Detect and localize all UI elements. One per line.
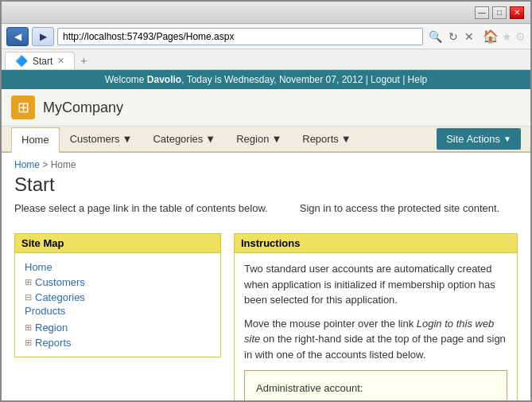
tab-bar: 🔷 Start ✕ +: [2, 49, 530, 70]
site-header: ⊞ MyCompany: [2, 89, 530, 127]
intro-left: Please select a page link in the table o…: [14, 202, 268, 214]
browser-tab-start[interactable]: 🔷 Start ✕: [5, 52, 75, 69]
window-controls: — □ ✕: [475, 6, 524, 19]
sitemap-home-link[interactable]: Home: [25, 261, 52, 273]
address-input[interactable]: [57, 28, 423, 45]
admin-account-label: Administrative account:: [256, 379, 495, 397]
site-name: MyCompany: [43, 100, 123, 116]
new-tab-button[interactable]: +: [75, 52, 92, 69]
region-expand-icon[interactable]: ⊞: [25, 322, 32, 333]
list-item: ⊟ Categories Products: [25, 290, 211, 320]
home-browser-icon[interactable]: 🏠: [483, 29, 499, 44]
sitemap-header: Site Map: [14, 233, 221, 253]
nav-item-reports[interactable]: Reports ▼: [292, 127, 361, 151]
breadcrumb-home-link[interactable]: Home: [14, 159, 40, 170]
sitemap-reports-link[interactable]: Reports: [35, 337, 72, 349]
site-actions-arrow: ▼: [503, 135, 511, 143]
nav-item-region[interactable]: Region ▼: [226, 127, 292, 151]
account-box: Administrative account: admin / admin123…: [244, 370, 507, 400]
sitemap-box: Site Map Home ⊞ Customers: [14, 233, 221, 400]
sitemap-content: Home ⊞ Customers ⊟: [14, 253, 221, 357]
instructions-header: Instructions: [234, 233, 518, 253]
help-link[interactable]: Help: [408, 74, 428, 85]
sitemap-reports-item: ⊞ Reports: [25, 337, 211, 349]
sitemap-products-link[interactable]: Products: [25, 305, 65, 317]
close-button[interactable]: ✕: [510, 6, 524, 19]
maximize-button[interactable]: □: [492, 6, 507, 19]
reports-dropdown-arrow: ▼: [341, 133, 351, 145]
back-button[interactable]: ◀: [6, 27, 29, 46]
site-actions-button[interactable]: Site Actions ▼: [437, 128, 521, 150]
logo-icon: ⊞: [17, 99, 29, 116]
categories-collapse-icon[interactable]: ⊟: [25, 292, 32, 302]
stop-icon[interactable]: ✕: [462, 29, 476, 45]
sitemap-categories-link[interactable]: Categories: [35, 291, 85, 303]
instructions-box: Instructions Two standard user accounts …: [234, 233, 518, 400]
tab-favicon: 🔷: [15, 55, 28, 67]
nav-item-customers[interactable]: Customers ▼: [60, 127, 143, 151]
two-column-layout: Site Map Home ⊞ Customers: [14, 233, 518, 400]
page-content: Home > Home Start Please select a page l…: [2, 153, 530, 400]
customers-expand-icon[interactable]: ⊞: [25, 277, 32, 287]
sitemap-categories-item: ⊟ Categories: [25, 291, 211, 303]
categories-dropdown-arrow: ▼: [205, 133, 216, 145]
title-bar: — □ ✕: [2, 2, 530, 24]
sitemap-region-item: ⊞ Region: [25, 322, 211, 334]
reports-expand-icon[interactable]: ⊞: [25, 338, 32, 348]
favorite-icon[interactable]: ★: [502, 30, 512, 43]
refresh-icon[interactable]: ↻: [446, 29, 460, 45]
list-item: ⊞ Region: [25, 320, 211, 335]
instructions-para2: Move the mouse pointer over the link Log…: [244, 316, 507, 363]
tools-icon[interactable]: ⚙: [515, 30, 526, 43]
site-content: Welcome Davolio, Today is Wednesday, Nov…: [2, 70, 530, 400]
region-dropdown-arrow: ▼: [271, 133, 282, 145]
welcome-text: Welcome Davolio, Today is Wednesday, Nov…: [105, 74, 428, 85]
forward-button[interactable]: ▶: [32, 27, 54, 46]
intro-right: Sign in to access the protected site con…: [300, 202, 499, 214]
nav-item-home[interactable]: Home: [11, 127, 60, 153]
site-logo: ⊞: [11, 96, 35, 119]
categories-sub-list: Products: [25, 303, 211, 318]
address-icons: 🔍 ↻ ✕: [426, 29, 476, 45]
list-item: ⊞ Reports: [25, 335, 211, 350]
search-icon[interactable]: 🔍: [426, 29, 445, 45]
breadcrumb: Home > Home: [14, 159, 518, 170]
sitemap-customers-item: ⊞ Customers: [25, 276, 211, 288]
address-bar: ◀ ▶ 🔍 ↻ ✕ 🏠 ★ ⚙: [2, 24, 530, 49]
tab-title: Start: [33, 56, 52, 67]
browser-window: — □ ✕ ◀ ▶ 🔍 ↻ ✕ 🏠 ★ ⚙ 🔷 Start ✕ + Welco: [0, 0, 532, 402]
nav-item-categories[interactable]: Categories ▼: [142, 127, 226, 151]
welcome-bar: Welcome Davolio, Today is Wednesday, Nov…: [2, 70, 530, 89]
instructions-content: Two standard user accounts are automatic…: [234, 253, 518, 400]
sitemap-region-link[interactable]: Region: [35, 322, 68, 334]
list-item: Home: [25, 260, 211, 275]
nav-bar: Home Customers ▼ Categories ▼ Region ▼ R…: [2, 127, 530, 153]
list-item: ⊞ Customers: [25, 275, 211, 290]
page-title: Start: [14, 174, 518, 196]
instructions-para1: Two standard user accounts are automatic…: [244, 261, 507, 308]
sitemap-customers-link[interactable]: Customers: [35, 276, 85, 288]
customers-dropdown-arrow: ▼: [122, 133, 133, 145]
list-item: Products: [25, 303, 211, 318]
logout-link[interactable]: Logout: [371, 74, 400, 85]
tab-close-icon[interactable]: ✕: [57, 56, 64, 66]
minimize-button[interactable]: —: [475, 6, 489, 19]
